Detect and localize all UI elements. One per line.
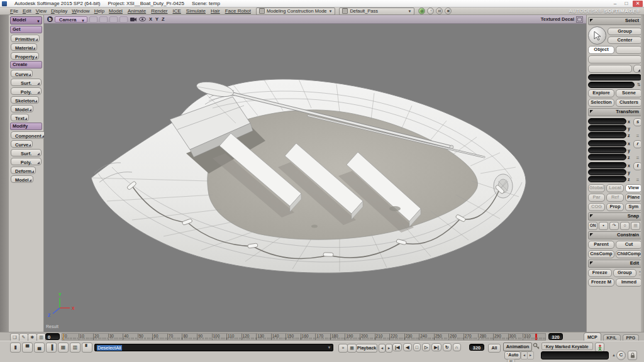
edit-group-button[interactable]: Group	[613, 269, 637, 277]
new-pass-icon[interactable]: ▣	[445, 8, 452, 14]
transform-menu-icon[interactable]: ≡	[636, 178, 640, 182]
menu-view[interactable]: View	[36, 8, 47, 14]
modify-poly-mesh-button[interactable]: Poly. Mesh	[11, 158, 42, 165]
character-set-button[interactable]: C	[616, 351, 626, 360]
audio-mute-button[interactable]: ∩	[453, 343, 461, 351]
chevron-down-icon[interactable]: ▼	[326, 345, 332, 351]
layout-custom[interactable]: ▘	[82, 343, 92, 353]
snap-region-icon[interactable]: ○	[620, 222, 630, 230]
menu-face-robot[interactable]: Face Robot	[225, 8, 251, 14]
menu-hair[interactable]: Hair	[211, 8, 220, 14]
update-icon[interactable]: ◍	[418, 8, 425, 14]
edit-freeze-button[interactable]: Freeze	[588, 269, 612, 277]
chevron-up-icon[interactable]: ▲	[612, 353, 616, 357]
misc-cog-button[interactable]: COG	[588, 203, 605, 211]
frame-display-field[interactable]: 320	[469, 344, 484, 351]
transform-t-x-field[interactable]	[588, 162, 626, 168]
minimize-button[interactable]: –	[610, 1, 620, 7]
select-section-header[interactable]: Select	[588, 17, 642, 25]
transform-s-x-field[interactable]	[588, 118, 626, 124]
ref-plane-button[interactable]: Plane	[625, 194, 642, 202]
menu-ice[interactable]: ICE	[173, 8, 181, 14]
construction-mode-dropdown[interactable]: Modeling Construction Mode ▼	[256, 8, 335, 15]
create-model-button[interactable]: Model	[11, 105, 33, 112]
layout-right[interactable]: ▐	[46, 343, 57, 353]
edit-freeze-m-button[interactable]: Freeze M	[588, 278, 614, 287]
key-marked-keyable-dropdown[interactable]: Key Marked Keyable	[541, 343, 593, 350]
memo-cam-slot-2[interactable]	[99, 16, 108, 23]
character-key-icon[interactable]	[595, 343, 604, 352]
key-icon[interactable]	[533, 343, 540, 351]
animation-value-field[interactable]: ▲	[541, 351, 609, 359]
viewport-letter-badge[interactable]: b	[47, 16, 53, 22]
transform-menu-icon[interactable]: ≡	[636, 134, 640, 138]
loop-button[interactable]: ↻	[443, 343, 452, 351]
axis-lock-x[interactable]: X	[149, 16, 152, 22]
axis-lock-y[interactable]: Y	[155, 16, 158, 22]
transform-s-y-field[interactable]	[588, 125, 626, 131]
snap-curve-icon[interactable]: ↷	[609, 222, 619, 230]
menu-animate[interactable]: Animate	[128, 8, 146, 14]
realtime-rabbit-icon[interactable]: »	[338, 344, 348, 353]
menu-render[interactable]: Render	[151, 8, 167, 14]
modify-deform-button[interactable]: Deform	[11, 167, 36, 174]
transform-mode-s-button[interactable]: s	[633, 118, 642, 126]
transform-mode-t-button[interactable]: t	[633, 162, 642, 170]
menu-file[interactable]: File	[10, 8, 18, 14]
clusters-button[interactable]: Clusters	[616, 99, 642, 107]
selection-text-field[interactable]	[588, 74, 642, 80]
next-key-button[interactable]: ▸	[527, 351, 534, 359]
layout-bottom[interactable]: ▄	[34, 343, 45, 353]
render-pass-icon[interactable]: ◔	[427, 8, 434, 14]
create-surf-mesh-button[interactable]: Surf. Mesh	[11, 79, 42, 86]
animation-menu-button[interactable]: Animation	[503, 343, 532, 351]
step-back-icon[interactable]: ◂	[379, 344, 386, 353]
misc-sym-button[interactable]: Sym	[625, 203, 642, 211]
playback-menu-button[interactable]: Playback	[356, 344, 377, 353]
filter-slot-button[interactable]	[588, 65, 632, 73]
display-mode-dropdown[interactable]: Textured Decal	[541, 16, 574, 22]
increment-icons[interactable]: + −	[638, 270, 642, 277]
selection-button[interactable]: Selection	[588, 99, 614, 107]
explore-button[interactable]: Explore	[588, 89, 614, 97]
menu-display[interactable]: Display	[51, 8, 67, 14]
modify-curve-button[interactable]: Curve	[11, 140, 33, 148]
constrain-section-header[interactable]: Constrain	[588, 231, 642, 239]
get-property-button[interactable]: Property	[11, 52, 39, 60]
filter-slot-button[interactable]	[588, 55, 642, 63]
play-button[interactable]: ▷	[422, 343, 430, 351]
create-skeleton-button[interactable]: Skeleton	[11, 96, 39, 104]
center-button[interactable]: Center	[608, 36, 642, 44]
layout-single[interactable]: ▮	[10, 343, 21, 353]
value-spinner[interactable]: ⇅	[636, 82, 642, 87]
scene-button[interactable]: Scene	[616, 89, 642, 97]
tab-mcp[interactable]: MCP	[584, 332, 601, 341]
timeline-ruler[interactable]: 0102030405060708090100110120130140150160…	[62, 333, 546, 341]
transform-t-y-field[interactable]	[588, 169, 626, 175]
transform-mode-r-button[interactable]: r	[633, 140, 642, 148]
rotation-tab-label[interactable]: R	[507, 359, 515, 362]
cache-icon[interactable]: ▦	[347, 344, 357, 353]
copy-pass-icon[interactable]: ▤	[436, 8, 443, 14]
filter-slot-button[interactable]	[616, 46, 642, 54]
transform-r-x-field[interactable]	[588, 140, 626, 146]
memo-cam-slot-4[interactable]	[119, 16, 128, 23]
camera-icon[interactable]	[130, 16, 137, 22]
constrain-parent-button[interactable]: Parent	[588, 241, 614, 249]
camera-dropdown[interactable]: Camera ▼	[55, 16, 87, 23]
range-end-marker[interactable]	[535, 334, 537, 341]
transform-r-y-field[interactable]	[588, 147, 626, 153]
toolbar-mode-dropdown[interactable]: Model ▼	[10, 16, 42, 25]
transform-r-z-field[interactable]	[588, 154, 626, 160]
edit-immed-button[interactable]: Immed	[616, 278, 642, 287]
space-local-button[interactable]: Local	[606, 184, 623, 192]
snap-point-icon[interactable]: ▪	[599, 222, 608, 230]
layout-top[interactable]: ▀	[22, 343, 33, 353]
select-tool-button[interactable]	[588, 26, 606, 45]
end-frame-field[interactable]: 320	[548, 333, 563, 340]
go-to-end-button[interactable]: ▶|	[431, 343, 441, 351]
get-material-button[interactable]: Material	[11, 43, 37, 51]
eye-icon[interactable]	[139, 16, 146, 22]
group-button[interactable]: Group	[608, 28, 642, 35]
transform-section-header[interactable]: Transform	[588, 108, 642, 116]
